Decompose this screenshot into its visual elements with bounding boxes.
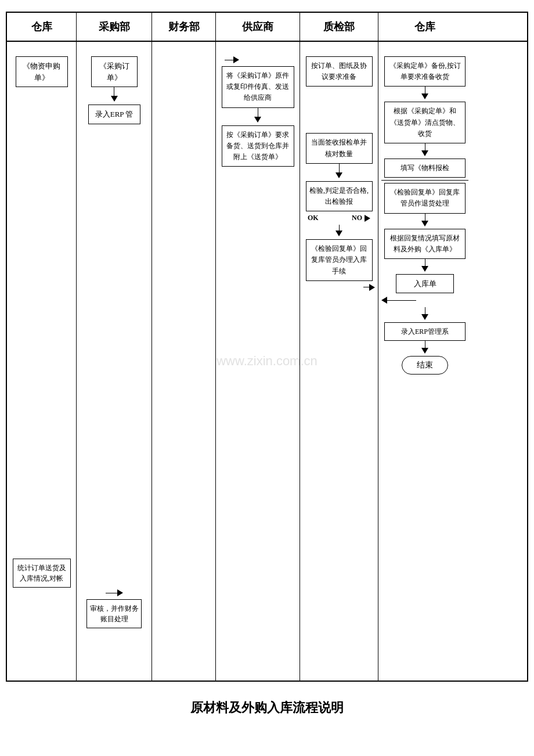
col-zhijian-body: 按订单、图纸及协议要求准备 当面签收报检单并核对数量 检验,判定是否合格,出检验… [300, 42, 378, 681]
col5-box3: 检验,判定是否合格,出检验报 [306, 181, 373, 211]
col5-box4: 《检验回复单》回复库管员办理入库手续 [306, 239, 373, 281]
header-col1: 仓库 [7, 13, 77, 41]
col5-box2: 当面签收报检单并核对数量 [306, 133, 373, 163]
col6-box2: 根据《采购定单》和《送货单》清点货物、收货 [384, 102, 466, 143]
col1-box2: 统计订单送货及入库情况,对帐 [13, 559, 71, 588]
col-caigou-body: 《采购订单》 录入ERP 管 审核，并作财务账目处理 [77, 42, 152, 681]
col-cangku2-body: 《采购定单》备份,按订单要求准备收货 根据《采购定单》和《送货单》清点货物、收货… [378, 42, 471, 681]
col5-box1: 按订单、图纸及协议要求准备 [306, 56, 373, 87]
col2-box2: 录入ERP 管 [88, 105, 140, 124]
col-gongyingshang-body: 将《采购订单》原件或复印件传真、发送给供应商 按《采购订单》要求备货、送货到仓库… [216, 42, 300, 681]
col-caiwu-body [152, 42, 216, 681]
col4-box2: 按《采购订单》要求备货、送货到仓库并附上《送货单》 [222, 125, 294, 167]
header-col3: 财务部 [152, 13, 216, 41]
footer-title: 原材料及外购入库流程说明 [190, 699, 344, 717]
col1-box1: 《物资申购单》 [16, 56, 68, 87]
header-col2: 采购部 [77, 13, 152, 41]
col2-box1: 《采购订单》 [91, 56, 138, 87]
col6-box6: 入库单 [396, 274, 454, 294]
col6-box4: 《检验回复单》回复库管员作退货处理 [384, 183, 466, 213]
col6-box1: 《采购定单》备份,按订单要求准备收货 [384, 56, 466, 87]
label-no: NO [352, 214, 362, 222]
col2-box3: 审核，并作财务账目处理 [86, 599, 142, 628]
header-col6: 仓库 [378, 13, 471, 41]
label-ok: OK [308, 214, 319, 222]
col4-box1: 将《采购订单》原件或复印件传真、发送给供应商 [222, 66, 294, 108]
content-area: www.zixin.com.cn 《物资申购单》 统计订单送货及入库情况,对帐 … [7, 42, 527, 681]
col6-box7: 录入ERP管理系 [384, 322, 466, 341]
header-row: 仓库 采购部 财务部 供应商 质检部 仓库 [7, 13, 527, 42]
col6-box8: 结束 [402, 356, 448, 375]
header-col5: 质检部 [300, 13, 378, 41]
col6-box5: 根据回复情况填写原材料及外购《入库单》 [384, 229, 466, 259]
col6-box3: 填写《物料报检 [384, 159, 466, 178]
flowchart: 仓库 采购部 财务部 供应商 质检部 仓库 www.zixin.com.cn 《… [6, 12, 528, 682]
col-cangku1-body: 《物资申购单》 统计订单送货及入库情况,对帐 [7, 42, 77, 681]
header-col4: 供应商 [216, 13, 300, 41]
